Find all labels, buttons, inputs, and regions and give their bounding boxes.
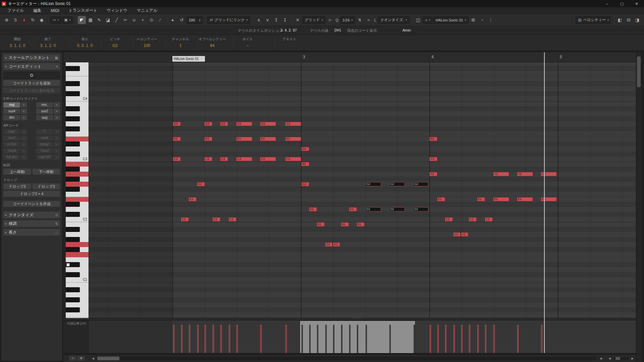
part-selector-dropdown[interactable]: HALion Sonic 01▾	[433, 16, 469, 24]
velocity-lane-tab[interactable]: ベロシティー	[66, 321, 87, 326]
add-controller-lane-button[interactable]: +	[69, 356, 76, 361]
playhead-cursor[interactable]	[544, 52, 545, 353]
midi-note-E2[interactable]: E2	[493, 197, 509, 201]
close-button[interactable]: ✕	[629, 0, 644, 7]
inspector-section-scale-assistant[interactable]: ▸スケールアシスタント▦	[3, 54, 60, 61]
piano-key-black[interactable]	[66, 247, 80, 252]
part-editing-mode-button[interactable]: ▣▾	[62, 16, 73, 24]
midi-note-A2[interactable]: A2	[429, 172, 437, 176]
pin-editor-icon[interactable]: ⊕	[3, 16, 11, 24]
midi-note-G3[interactable]: G3	[260, 122, 276, 126]
move-down-octave-icon[interactable]: ↧	[281, 16, 289, 24]
piano-key-black[interactable]	[66, 141, 80, 146]
velocity-bar[interactable]	[229, 325, 230, 353]
editor-grid-settings-icon[interactable]: ⊞	[469, 16, 477, 24]
midi-note-D2[interactable]: D2	[349, 207, 357, 212]
infoline-field-7[interactable]: ボイス–	[233, 37, 262, 49]
inversion-button[interactable]: 上へ移動	[3, 169, 31, 175]
velocity-bar[interactable]	[477, 325, 479, 353]
menu-item-MIDI[interactable]: MIDI	[47, 8, 63, 13]
chord-type-dim[interactable]: dim	[3, 115, 20, 120]
apply-quantize-icon[interactable]: ↯	[356, 16, 364, 24]
chord-type-full dim[interactable]: full dim	[3, 155, 20, 160]
zoom-out-icon[interactable]: ◀	[607, 356, 612, 361]
create-chord-event-button[interactable]: コードイベントを作成	[3, 201, 60, 207]
velocity-bar[interactable]	[309, 325, 311, 353]
midi-note-C2[interactable]: C2	[469, 217, 477, 222]
grid-relative-icon[interactable]: -|+	[326, 16, 334, 24]
inspector-section-length[interactable]: ▸長さ↔	[3, 229, 60, 236]
right-zone-toggle-icon[interactable]: ◨	[633, 16, 641, 24]
velocity-bar[interactable]	[414, 325, 415, 353]
midi-note-A2[interactable]: A2	[517, 172, 533, 176]
velocity-bar[interactable]	[173, 325, 174, 353]
velocity-bar[interactable]	[189, 325, 190, 353]
velocity-bar[interactable]	[325, 325, 327, 353]
piano-key-black[interactable]	[66, 227, 80, 232]
chord-type-min7[interactable]: min7	[3, 135, 20, 141]
midi-note-B2[interactable]: B2	[301, 162, 309, 166]
left-zone-toggle-icon[interactable]: ◧	[616, 16, 624, 24]
vertical-scrollbar[interactable]	[636, 52, 642, 353]
piano-key-black[interactable]	[66, 202, 80, 207]
velocity-bar[interactable]	[349, 325, 351, 353]
velocity-bar[interactable]	[341, 325, 342, 353]
infoline-field-8[interactable]: テキスト	[275, 37, 304, 49]
tool-erase-icon[interactable]: ◪	[104, 16, 112, 24]
piano-key-black[interactable]	[66, 272, 80, 277]
inspector-section-transpose[interactable]: ▸移調⇅	[3, 220, 60, 227]
velocity-bar[interactable]	[437, 325, 439, 353]
drop-2-4-button[interactable]: ドロップ2 + 4	[3, 191, 60, 197]
velocity-bar[interactable]	[493, 325, 495, 353]
velocity-bar[interactable]	[366, 325, 367, 353]
midi-note-A1[interactable]: A1	[453, 232, 461, 237]
midi-note-D2[interactable]: D2	[309, 207, 317, 212]
midi-note-C3[interactable]: C3	[260, 157, 276, 161]
piano-key-black[interactable]	[66, 297, 80, 302]
chord-type-min.[interactable]: min.	[36, 102, 53, 108]
infoline-field-0[interactable]: 開始3. 1. 1. 0	[3, 37, 32, 49]
scroll-right-icon[interactable]: ▶	[599, 356, 604, 361]
tool-zoom-icon[interactable]: ⊙	[148, 16, 156, 24]
midi-note-D2[interactable]: D2	[413, 207, 428, 212]
chord-type-m7/b5[interactable]: m7/b5	[3, 142, 20, 147]
midi-note-E3[interactable]: E3	[204, 137, 212, 141]
maximize-button[interactable]: ▢	[614, 0, 629, 7]
piano-keyboard[interactable]: C1C2C3C4	[66, 62, 89, 318]
midi-note-E3[interactable]: E3	[236, 137, 252, 141]
show-part-borders-icon[interactable]: ◫	[414, 16, 422, 24]
tool-line-icon[interactable]: ∕	[156, 16, 164, 24]
midi-note-G3[interactable]: G3	[204, 122, 212, 126]
velocity-bar[interactable]	[517, 325, 519, 353]
piano-key-black[interactable]	[66, 187, 80, 192]
inspector-section-chord-edit[interactable]: ▾コードエディット≡	[3, 63, 60, 70]
midi-note-G1[interactable]: G1	[325, 242, 332, 247]
note-grid[interactable]: G3G3G3G3G3G3E3E3E3E3E3E3D3C3C3C3C3C3C3C3…	[89, 62, 636, 318]
midi-note-D3[interactable]: D3	[301, 147, 309, 151]
midi-note-D2[interactable]: D2	[365, 207, 381, 212]
tool-mute-icon[interactable]: ×	[139, 16, 147, 24]
velocity-bar[interactable]	[317, 325, 318, 353]
velocity-bar[interactable]	[285, 325, 287, 353]
track-list-button[interactable]: ≡▾	[423, 16, 432, 24]
event-colors-dropdown[interactable]: ▧ベロシティー▾	[576, 16, 611, 24]
midi-note-E2[interactable]: E2	[477, 197, 485, 201]
velocity-bar[interactable]	[205, 325, 206, 353]
midi-note-G2[interactable]: G2	[301, 182, 309, 186]
velocity-bar[interactable]	[430, 325, 431, 353]
insert-velocity-spinner[interactable]: 100▴▾	[186, 16, 203, 24]
piano-key-black[interactable]	[66, 81, 80, 86]
retrospective-record-icon[interactable]: ↻	[29, 16, 37, 24]
velocity-bar[interactable]	[302, 325, 303, 353]
velocity-bar[interactable]	[236, 325, 238, 353]
midi-note-G3[interactable]: G3	[285, 122, 301, 126]
chord-type-maj7/#5[interactable]: maj7/#5	[36, 155, 53, 160]
velocity-bar[interactable]	[453, 325, 455, 353]
piano-key-black[interactable]	[66, 177, 80, 182]
chord-type-7[interactable]: 7	[36, 129, 53, 134]
midi-note-C2[interactable]: C2	[445, 217, 453, 222]
chord-variant-arrow-icon[interactable]: ▸	[21, 148, 27, 154]
chord-type-sus2[interactable]: sus2	[36, 109, 53, 114]
solo-editor-icon[interactable]: S	[11, 16, 19, 24]
inspector-section-quantize[interactable]: ▸クオンタイズ⊙	[3, 212, 60, 218]
